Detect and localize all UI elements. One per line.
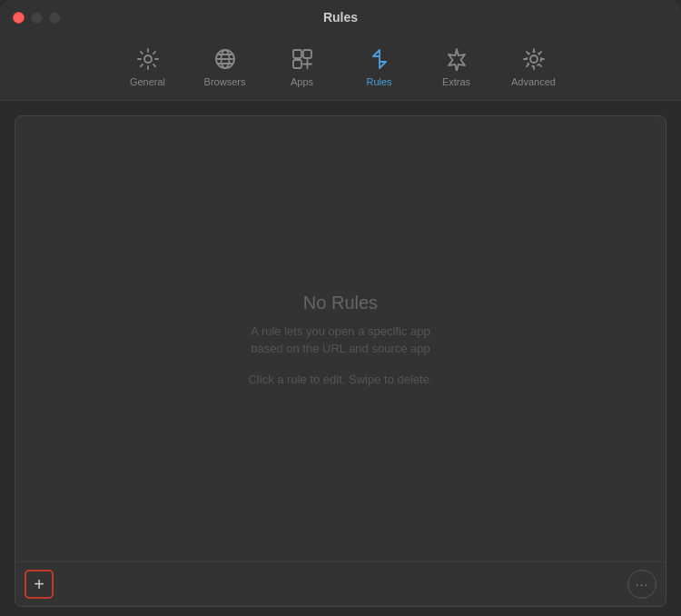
close-button[interactable]: [13, 12, 25, 24]
rules-icon: [366, 45, 393, 73]
traffic-lights: [13, 12, 61, 24]
apps-icon: [289, 45, 316, 73]
globe-icon: [212, 45, 239, 73]
maximize-button[interactable]: [49, 12, 61, 24]
tab-rules-label: Rules: [366, 76, 391, 87]
svg-point-0: [144, 55, 152, 63]
extras-icon: [443, 45, 470, 73]
tab-general[interactable]: General: [109, 42, 186, 91]
tab-general-label: General: [130, 76, 165, 87]
window-title: Rules: [323, 10, 358, 25]
rules-empty-subtitle: A rule lets you open a specific app base…: [251, 323, 430, 358]
advanced-icon: [520, 45, 548, 73]
rules-empty-hint: Click a rule to edit. Swipe to delete.: [248, 373, 432, 386]
gear-icon: [134, 45, 162, 73]
tab-browsers[interactable]: Browsers: [186, 42, 263, 91]
more-options-button[interactable]: ···: [627, 570, 656, 599]
tab-extras-label: Extras: [442, 76, 470, 87]
rules-footer: + ···: [15, 561, 666, 606]
rules-empty-area: No Rules A rule lets you open a specific…: [15, 116, 666, 561]
svg-point-9: [530, 55, 538, 63]
add-rule-button[interactable]: +: [25, 570, 54, 599]
svg-point-10: [527, 52, 541, 66]
toolbar: General Browsers Apps: [0, 35, 681, 101]
main-content: No Rules A rule lets you open a specific…: [0, 101, 681, 616]
tab-rules[interactable]: Rules: [340, 42, 418, 91]
tab-extras[interactable]: Extras: [418, 42, 495, 91]
rules-empty-title: No Rules: [303, 293, 378, 313]
more-icon: ···: [636, 577, 649, 591]
add-icon: +: [34, 574, 44, 595]
tab-apps-label: Apps: [291, 76, 313, 87]
tab-advanced-label: Advanced: [511, 76, 556, 87]
minimize-button[interactable]: [31, 12, 43, 24]
svg-rect-7: [303, 50, 311, 58]
tab-apps[interactable]: Apps: [263, 42, 340, 91]
rules-container: No Rules A rule lets you open a specific…: [15, 115, 666, 607]
svg-rect-6: [293, 50, 301, 58]
svg-rect-8: [293, 60, 301, 68]
titlebar: Rules: [0, 0, 681, 35]
tab-browsers-label: Browsers: [204, 76, 246, 87]
tab-advanced[interactable]: Advanced: [495, 42, 572, 91]
